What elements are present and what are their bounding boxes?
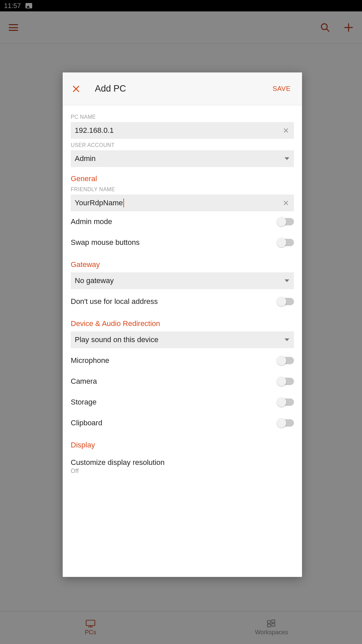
pc-name-input[interactable] (71, 122, 294, 139)
clear-icon (283, 200, 289, 206)
camera-row: Camera (71, 371, 294, 392)
gateway-select-wrap: No gateway (71, 272, 294, 289)
storage-label: Storage (71, 398, 97, 407)
gateway-select[interactable]: No gateway (71, 272, 294, 289)
friendly-name-field-wrap: YourRdpName (71, 195, 294, 211)
customize-resolution-value: Off (71, 468, 294, 475)
clipboard-toggle[interactable] (278, 419, 294, 427)
pc-name-label: PC NAME (71, 114, 294, 120)
sound-value: Play sound on this device (75, 335, 159, 344)
swap-mouse-toggle[interactable] (278, 239, 294, 246)
gateway-value: No gateway (75, 276, 114, 285)
save-button[interactable]: SAVE (269, 82, 294, 95)
friendly-name-value: YourRdpName (75, 199, 123, 207)
dialog-body: PC NAME USER ACCOUNT Admin General FRIEN… (63, 105, 302, 577)
section-display: Display (71, 441, 294, 449)
user-account-select-wrap: Admin (71, 150, 294, 167)
admin-mode-toggle[interactable] (278, 218, 294, 225)
clipboard-label: Clipboard (71, 419, 102, 427)
dont-use-local-label: Don't use for local address (71, 297, 158, 306)
microphone-label: Microphone (71, 356, 109, 365)
friendly-name-label: FRIENDLY NAME (71, 186, 294, 193)
section-gateway: Gateway (71, 260, 294, 269)
camera-toggle[interactable] (278, 378, 294, 385)
swap-mouse-label: Swap mouse buttons (71, 238, 139, 247)
section-device-audio: Device & Audio Redirection (71, 319, 294, 328)
friendly-name-clear-button[interactable] (281, 198, 291, 208)
customize-resolution-label: Customize display resolution (71, 458, 294, 467)
storage-toggle[interactable] (278, 398, 294, 406)
close-button[interactable] (71, 84, 81, 94)
user-account-value: Admin (75, 154, 96, 163)
close-icon (72, 85, 80, 93)
customize-resolution-row[interactable]: Customize display resolution Off (71, 453, 294, 475)
dont-use-local-row: Don't use for local address (71, 291, 294, 312)
dialog-title: Add PC (95, 84, 126, 94)
microphone-row: Microphone (71, 350, 294, 371)
chevron-down-icon (285, 338, 289, 341)
friendly-name-input[interactable]: YourRdpName (71, 195, 294, 211)
dialog-header: Add PC SAVE (63, 72, 302, 105)
dont-use-local-toggle[interactable] (278, 298, 294, 305)
microphone-toggle[interactable] (278, 357, 294, 364)
pc-name-field-wrap (71, 122, 294, 139)
user-account-label: USER ACCOUNT (71, 142, 294, 148)
admin-mode-row: Admin mode (71, 211, 294, 232)
add-pc-dialog: Add PC SAVE PC NAME USER ACCOUNT Admin G… (63, 72, 302, 577)
clipboard-row: Clipboard (71, 413, 294, 433)
sound-select[interactable]: Play sound on this device (71, 331, 294, 348)
clear-icon (283, 127, 289, 134)
user-account-select[interactable]: Admin (71, 150, 294, 167)
chevron-down-icon (285, 279, 289, 282)
text-cursor (123, 199, 124, 207)
admin-mode-label: Admin mode (71, 217, 112, 226)
chevron-down-icon (285, 157, 289, 160)
sound-select-wrap: Play sound on this device (71, 331, 294, 348)
storage-row: Storage (71, 392, 294, 413)
swap-mouse-row: Swap mouse buttons (71, 232, 294, 253)
pc-name-clear-button[interactable] (281, 125, 291, 136)
section-general: General (71, 174, 294, 183)
camera-label: Camera (71, 377, 97, 386)
